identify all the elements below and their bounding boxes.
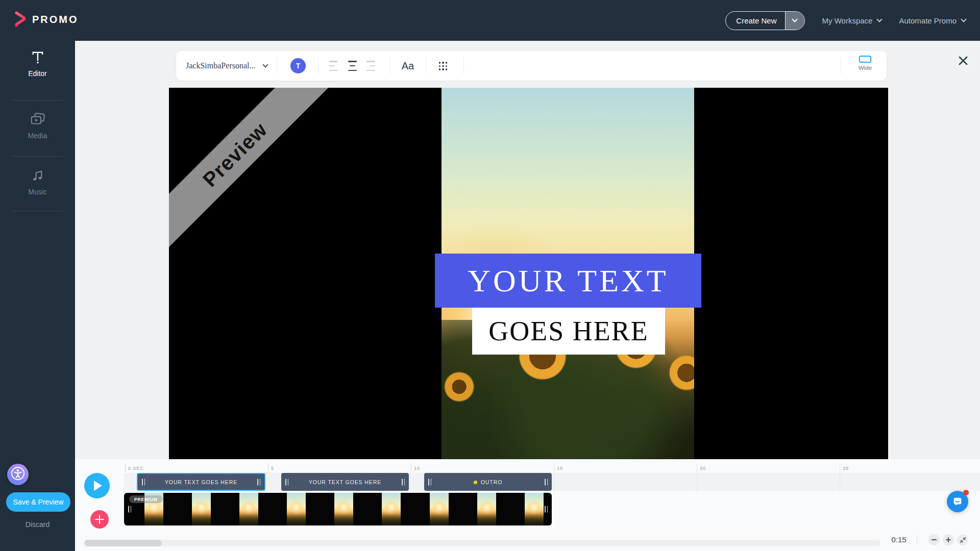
add-scene-button[interactable] [90, 510, 109, 529]
automate-promo-label: Automate Promo [899, 16, 957, 25]
clip-trim-handle-left[interactable] [428, 479, 431, 485]
notification-dot [963, 490, 969, 495]
sidebar-item-media[interactable]: Media [0, 110, 75, 140]
premium-badge: PREMIUM [129, 495, 163, 503]
divider [318, 58, 318, 74]
play-icon [94, 481, 102, 491]
video-track-filmstrip[interactable]: PREMIUM [124, 493, 552, 525]
play-button[interactable] [84, 473, 110, 498]
accessibility-button[interactable] [7, 464, 29, 485]
text-overlay-line1[interactable]: YOUR TEXT [435, 254, 701, 308]
my-workspace-menu[interactable]: My Workspace [822, 16, 882, 25]
ruler-tick: 25 [840, 463, 840, 492]
wide-label: Wide [859, 65, 872, 71]
align-center-button[interactable] [347, 61, 358, 71]
divider [277, 58, 277, 74]
create-new-button[interactable]: Create New [725, 11, 804, 30]
ruler-tick: 5 [268, 463, 268, 471]
clip-trim-handle-left[interactable] [285, 479, 288, 485]
text-tool-icon [0, 48, 75, 66]
wide-toggle[interactable]: Wide [849, 56, 881, 71]
clip-label: YOUR TEXT GOES HERE [309, 479, 381, 485]
chevron-down-icon [877, 16, 883, 22]
text-editor-toolbar: JackSimbaPersonal... T Aa Wide [176, 51, 887, 81]
filmstrip-trim-handle-left[interactable] [128, 506, 131, 513]
overlay-text-2: GOES HERE [488, 315, 649, 347]
zoom-in-button[interactable] [943, 534, 954, 545]
clip-trim-handle-left[interactable] [142, 479, 145, 485]
ruler-label: 20 [700, 465, 706, 471]
text-overlay-line2[interactable]: GOES HERE [472, 308, 665, 355]
ruler-tick: 10 [411, 463, 411, 471]
timeline-scrollbar-track[interactable] [84, 540, 880, 546]
left-sidebar: Editor Media Music [0, 41, 75, 551]
outro-dot-icon [474, 481, 477, 484]
text-style-button[interactable]: T [290, 58, 306, 73]
ruler-label: 10 [414, 465, 420, 471]
sidebar-item-music[interactable]: Music [0, 166, 75, 196]
align-left-button[interactable] [329, 61, 340, 71]
timeline-text-clip-1[interactable]: YOUR TEXT GOES HERE [137, 473, 265, 491]
ruler-label: 15 [557, 465, 563, 471]
save-preview-button[interactable]: Save & Preview [6, 492, 70, 512]
app-root: PROMO Create New My Workspace Automate P… [0, 0, 980, 551]
clip-trim-handle-right[interactable] [402, 479, 405, 485]
video-preview-canvas[interactable]: Preview YOUR TEXT GOES HERE [169, 88, 888, 459]
timeline-scrollbar-thumb[interactable] [84, 540, 162, 546]
collapse-arrows-icon [960, 537, 966, 543]
overlay-text-1: YOUR TEXT [468, 263, 668, 299]
divider [12, 211, 63, 211]
font-size-button[interactable]: Aa [400, 51, 416, 81]
font-family-dropdown[interactable]: JackSimbaPersonal... [186, 51, 267, 81]
divider [917, 535, 917, 545]
accessibility-icon [10, 466, 26, 483]
clip-trim-handle-right[interactable] [257, 479, 260, 485]
my-workspace-label: My Workspace [822, 16, 873, 25]
ruler-label: 5 [271, 465, 274, 471]
font-family-value: JackSimbaPersonal... [186, 61, 255, 70]
duration-label: 0:15 [884, 534, 914, 545]
wide-format-icon [859, 56, 871, 63]
discard-button[interactable]: Discard [0, 520, 75, 529]
divider [390, 58, 390, 74]
promo-logo[interactable]: PROMO [13, 10, 79, 29]
promo-logo-icon [13, 10, 27, 29]
timeline-text-clip-2[interactable]: YOUR TEXT GOES HERE [281, 473, 409, 491]
divider [12, 100, 63, 101]
close-button[interactable] [957, 54, 970, 67]
font-size-label: Aa [402, 60, 414, 72]
chat-launcher-button[interactable] [947, 491, 968, 512]
ruler-tick: 0 SEC [125, 463, 126, 471]
fit-timeline-button[interactable] [957, 534, 968, 545]
chevron-down-icon [961, 16, 966, 22]
sidebar-item-label: Music [0, 188, 75, 196]
create-new-dropdown[interactable] [785, 12, 804, 30]
ruler-label: 25 [843, 465, 849, 471]
filmstrip-thumbnails [124, 493, 552, 525]
text-style-label: T [296, 62, 301, 70]
divider [12, 156, 63, 157]
save-preview-label: Save & Preview [13, 498, 64, 506]
ruler-tick: 15 [554, 463, 554, 492]
clip-trim-handle-right[interactable] [545, 479, 548, 485]
filmstrip-trim-handle-right[interactable] [545, 506, 548, 513]
ruler-label: 0 SEC [128, 465, 143, 471]
preview-ribbon-label: Preview [198, 118, 272, 191]
top-navbar: PROMO Create New My Workspace Automate P… [0, 0, 980, 41]
create-new-label[interactable]: Create New [726, 12, 785, 30]
automate-promo-menu[interactable]: Automate Promo [899, 16, 966, 25]
sidebar-item-label: Editor [0, 69, 75, 78]
minus-icon [932, 539, 937, 540]
divider [426, 58, 427, 74]
timeline-outro-clip[interactable]: OUTRO [424, 473, 552, 491]
divider [841, 58, 841, 74]
close-icon [957, 54, 970, 67]
align-right-button[interactable] [364, 61, 375, 71]
zoom-out-button[interactable] [928, 534, 940, 545]
sidebar-item-editor[interactable]: Editor [0, 48, 75, 78]
preview-ribbon: Preview [169, 88, 335, 255]
clip-label: YOUR TEXT GOES HERE [165, 479, 237, 485]
sidebar-item-label: Media [0, 132, 75, 140]
layout-grid-button[interactable] [436, 62, 450, 70]
ruler-tick: 20 [697, 463, 697, 492]
